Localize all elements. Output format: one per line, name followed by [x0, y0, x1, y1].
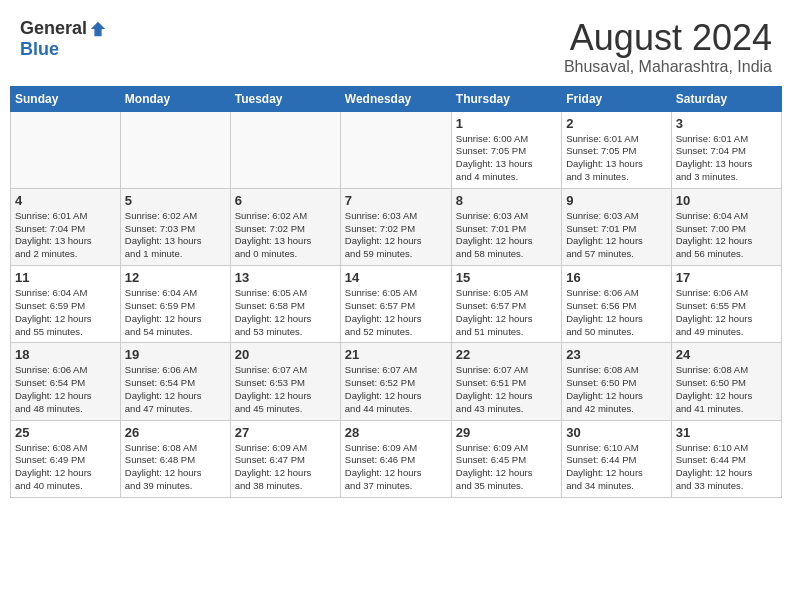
day-info: Sunrise: 6:00 AM Sunset: 7:05 PM Dayligh… — [456, 133, 557, 184]
calendar-day-cell: 30Sunrise: 6:10 AM Sunset: 6:44 PM Dayli… — [562, 420, 671, 497]
calendar-day-cell: 31Sunrise: 6:10 AM Sunset: 6:44 PM Dayli… — [671, 420, 781, 497]
day-info: Sunrise: 6:03 AM Sunset: 7:01 PM Dayligh… — [566, 210, 666, 261]
calendar-day-cell: 4Sunrise: 6:01 AM Sunset: 7:04 PM Daylig… — [11, 188, 121, 265]
day-number: 7 — [345, 193, 447, 208]
day-number: 20 — [235, 347, 336, 362]
day-info: Sunrise: 6:04 AM Sunset: 6:59 PM Dayligh… — [15, 287, 116, 338]
day-number: 5 — [125, 193, 226, 208]
calendar-day-cell: 28Sunrise: 6:09 AM Sunset: 6:46 PM Dayli… — [340, 420, 451, 497]
calendar-day-cell: 5Sunrise: 6:02 AM Sunset: 7:03 PM Daylig… — [120, 188, 230, 265]
calendar-day-cell: 18Sunrise: 6:06 AM Sunset: 6:54 PM Dayli… — [11, 343, 121, 420]
day-info: Sunrise: 6:06 AM Sunset: 6:56 PM Dayligh… — [566, 287, 666, 338]
day-info: Sunrise: 6:05 AM Sunset: 6:58 PM Dayligh… — [235, 287, 336, 338]
title-area: August 2024 Bhusaval, Maharashtra, India — [564, 18, 772, 76]
calendar-day-cell: 10Sunrise: 6:04 AM Sunset: 7:00 PM Dayli… — [671, 188, 781, 265]
calendar-day-cell: 13Sunrise: 6:05 AM Sunset: 6:58 PM Dayli… — [230, 266, 340, 343]
calendar-day-cell: 14Sunrise: 6:05 AM Sunset: 6:57 PM Dayli… — [340, 266, 451, 343]
calendar-day-header: Wednesday — [340, 86, 451, 111]
calendar-day-cell: 26Sunrise: 6:08 AM Sunset: 6:48 PM Dayli… — [120, 420, 230, 497]
day-number: 22 — [456, 347, 557, 362]
calendar-day-header: Monday — [120, 86, 230, 111]
day-number: 13 — [235, 270, 336, 285]
calendar-day-header: Tuesday — [230, 86, 340, 111]
day-number: 31 — [676, 425, 777, 440]
day-info: Sunrise: 6:07 AM Sunset: 6:51 PM Dayligh… — [456, 364, 557, 415]
day-number: 6 — [235, 193, 336, 208]
calendar-day-header: Thursday — [451, 86, 561, 111]
calendar-week-row: 18Sunrise: 6:06 AM Sunset: 6:54 PM Dayli… — [11, 343, 782, 420]
logo-blue: Blue — [20, 39, 59, 60]
day-info: Sunrise: 6:02 AM Sunset: 7:03 PM Dayligh… — [125, 210, 226, 261]
calendar-table: SundayMondayTuesdayWednesdayThursdayFrid… — [10, 86, 782, 498]
day-info: Sunrise: 6:07 AM Sunset: 6:53 PM Dayligh… — [235, 364, 336, 415]
day-number: 2 — [566, 116, 666, 131]
day-number: 17 — [676, 270, 777, 285]
calendar-day-cell: 2Sunrise: 6:01 AM Sunset: 7:05 PM Daylig… — [562, 111, 671, 188]
calendar-day-cell: 7Sunrise: 6:03 AM Sunset: 7:02 PM Daylig… — [340, 188, 451, 265]
day-info: Sunrise: 6:09 AM Sunset: 6:45 PM Dayligh… — [456, 442, 557, 493]
day-info: Sunrise: 6:04 AM Sunset: 7:00 PM Dayligh… — [676, 210, 777, 261]
day-info: Sunrise: 6:06 AM Sunset: 6:55 PM Dayligh… — [676, 287, 777, 338]
calendar-day-cell: 20Sunrise: 6:07 AM Sunset: 6:53 PM Dayli… — [230, 343, 340, 420]
calendar-day-cell: 8Sunrise: 6:03 AM Sunset: 7:01 PM Daylig… — [451, 188, 561, 265]
calendar-day-cell — [11, 111, 121, 188]
calendar-day-cell: 16Sunrise: 6:06 AM Sunset: 6:56 PM Dayli… — [562, 266, 671, 343]
calendar-day-cell — [340, 111, 451, 188]
day-number: 11 — [15, 270, 116, 285]
calendar-day-cell — [120, 111, 230, 188]
day-number: 4 — [15, 193, 116, 208]
day-info: Sunrise: 6:03 AM Sunset: 7:01 PM Dayligh… — [456, 210, 557, 261]
calendar-day-header: Saturday — [671, 86, 781, 111]
day-info: Sunrise: 6:01 AM Sunset: 7:04 PM Dayligh… — [676, 133, 777, 184]
day-info: Sunrise: 6:08 AM Sunset: 6:50 PM Dayligh… — [676, 364, 777, 415]
day-number: 16 — [566, 270, 666, 285]
day-info: Sunrise: 6:03 AM Sunset: 7:02 PM Dayligh… — [345, 210, 447, 261]
calendar-header-row: SundayMondayTuesdayWednesdayThursdayFrid… — [11, 86, 782, 111]
day-number: 10 — [676, 193, 777, 208]
calendar-week-row: 25Sunrise: 6:08 AM Sunset: 6:49 PM Dayli… — [11, 420, 782, 497]
day-number: 8 — [456, 193, 557, 208]
day-info: Sunrise: 6:06 AM Sunset: 6:54 PM Dayligh… — [15, 364, 116, 415]
calendar-day-cell: 27Sunrise: 6:09 AM Sunset: 6:47 PM Dayli… — [230, 420, 340, 497]
calendar-day-cell: 11Sunrise: 6:04 AM Sunset: 6:59 PM Dayli… — [11, 266, 121, 343]
calendar-day-cell: 29Sunrise: 6:09 AM Sunset: 6:45 PM Dayli… — [451, 420, 561, 497]
day-number: 9 — [566, 193, 666, 208]
location-title: Bhusaval, Maharashtra, India — [564, 58, 772, 76]
day-info: Sunrise: 6:04 AM Sunset: 6:59 PM Dayligh… — [125, 287, 226, 338]
calendar-day-header: Friday — [562, 86, 671, 111]
calendar-day-cell: 12Sunrise: 6:04 AM Sunset: 6:59 PM Dayli… — [120, 266, 230, 343]
day-number: 18 — [15, 347, 116, 362]
day-number: 21 — [345, 347, 447, 362]
calendar-day-cell: 19Sunrise: 6:06 AM Sunset: 6:54 PM Dayli… — [120, 343, 230, 420]
day-number: 19 — [125, 347, 226, 362]
calendar-day-cell: 15Sunrise: 6:05 AM Sunset: 6:57 PM Dayli… — [451, 266, 561, 343]
day-info: Sunrise: 6:08 AM Sunset: 6:50 PM Dayligh… — [566, 364, 666, 415]
day-info: Sunrise: 6:05 AM Sunset: 6:57 PM Dayligh… — [456, 287, 557, 338]
day-number: 23 — [566, 347, 666, 362]
day-info: Sunrise: 6:09 AM Sunset: 6:47 PM Dayligh… — [235, 442, 336, 493]
calendar-day-cell: 9Sunrise: 6:03 AM Sunset: 7:01 PM Daylig… — [562, 188, 671, 265]
logo-general: General — [20, 18, 87, 39]
day-info: Sunrise: 6:10 AM Sunset: 6:44 PM Dayligh… — [566, 442, 666, 493]
day-info: Sunrise: 6:08 AM Sunset: 6:48 PM Dayligh… — [125, 442, 226, 493]
logo: General Blue — [20, 18, 107, 60]
day-info: Sunrise: 6:07 AM Sunset: 6:52 PM Dayligh… — [345, 364, 447, 415]
calendar-day-cell: 17Sunrise: 6:06 AM Sunset: 6:55 PM Dayli… — [671, 266, 781, 343]
day-number: 30 — [566, 425, 666, 440]
day-number: 14 — [345, 270, 447, 285]
calendar-day-cell: 21Sunrise: 6:07 AM Sunset: 6:52 PM Dayli… — [340, 343, 451, 420]
day-info: Sunrise: 6:08 AM Sunset: 6:49 PM Dayligh… — [15, 442, 116, 493]
day-number: 27 — [235, 425, 336, 440]
calendar-day-cell — [230, 111, 340, 188]
calendar-week-row: 11Sunrise: 6:04 AM Sunset: 6:59 PM Dayli… — [11, 266, 782, 343]
day-info: Sunrise: 6:01 AM Sunset: 7:05 PM Dayligh… — [566, 133, 666, 184]
month-title: August 2024 — [564, 18, 772, 58]
day-number: 28 — [345, 425, 447, 440]
day-number: 15 — [456, 270, 557, 285]
calendar-day-cell: 1Sunrise: 6:00 AM Sunset: 7:05 PM Daylig… — [451, 111, 561, 188]
calendar-day-cell: 3Sunrise: 6:01 AM Sunset: 7:04 PM Daylig… — [671, 111, 781, 188]
svg-marker-0 — [91, 21, 105, 35]
logo-icon — [89, 20, 107, 38]
calendar-day-header: Sunday — [11, 86, 121, 111]
calendar-day-cell: 23Sunrise: 6:08 AM Sunset: 6:50 PM Dayli… — [562, 343, 671, 420]
